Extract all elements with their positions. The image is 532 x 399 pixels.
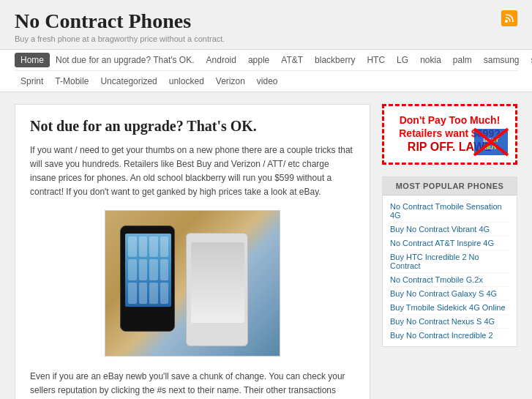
popular-phones-widget: MOST POPULAR PHONES No Contract Tmobile … xyxy=(382,176,517,347)
post-image xyxy=(105,210,280,357)
nav-upgrade[interactable]: Not due for an upgrade? That's OK. xyxy=(50,53,201,67)
nav-row-2: Sprint T-Mobile Uncategorized unlocked V… xyxy=(15,70,517,92)
popular-link[interactable]: Buy No Contract Incredible 2 xyxy=(390,331,509,340)
nav-samsung[interactable]: samsung xyxy=(478,53,525,67)
site-header: No Contract Phones Buy a fresh phone at … xyxy=(0,0,532,50)
nav-palm[interactable]: palm xyxy=(447,53,478,67)
popular-item: No Contract Tmobile G.2x xyxy=(390,273,509,287)
phone-left xyxy=(120,225,175,332)
ad-box[interactable]: Don't Pay Too Much! Retailers want $699?… xyxy=(382,104,517,165)
popular-link[interactable]: No Contract Tmobile Sensation 4G xyxy=(390,202,509,220)
popular-item: No Contract AT&T Inspire 4G xyxy=(390,236,509,250)
phone-right-screen xyxy=(191,242,244,323)
popular-link[interactable]: Buy No Contract Nexus S 4G xyxy=(390,317,509,326)
sidebar: Don't Pay Too Much! Retailers want $699?… xyxy=(382,104,517,399)
nav-sprint[interactable]: Sprint xyxy=(15,74,49,89)
nav-blackberry[interactable]: blackberry xyxy=(309,53,361,67)
navigation: Home Not due for an upgrade? That's OK. … xyxy=(0,50,532,92)
popular-item: Buy HTC Incredible 2 No Contract xyxy=(390,250,509,273)
nav-sidekick[interactable]: sidekick xyxy=(525,53,532,67)
popular-link[interactable]: Buy HTC Incredible 2 No Contract xyxy=(390,253,509,270)
popular-item: No Contract Tmobile Sensation 4G xyxy=(390,200,509,223)
post-title: Not due for an upgrade? That's OK. xyxy=(30,118,355,135)
nav-lg[interactable]: LG xyxy=(391,53,414,67)
post-image-wrapper xyxy=(30,210,355,359)
bestbuy-crossed-icon: BEST BUY xyxy=(473,127,509,157)
post-body-main: Even if you are an eBay newb you'll save… xyxy=(30,370,355,399)
popular-link[interactable]: No Contract AT&T Inspire 4G xyxy=(390,239,509,247)
site-tagline: Buy a fresh phone at a bragworthy price … xyxy=(15,34,517,43)
nav-nokia[interactable]: nokia xyxy=(414,53,447,67)
popular-item: Buy Tmobile Sidekick 4G Online xyxy=(390,301,509,315)
phone-left-screen xyxy=(125,234,171,307)
phone-right xyxy=(186,233,248,346)
popular-link[interactable]: No Contract Tmobile G.2x xyxy=(390,275,509,284)
popular-item: Buy No Contract Vibrant 4G xyxy=(390,223,509,236)
popular-phones-header: MOST POPULAR PHONES xyxy=(383,177,517,195)
nav-home[interactable]: Home xyxy=(15,53,50,67)
nav-tmobile[interactable]: T-Mobile xyxy=(49,74,94,89)
nav-row-1: Home Not due for an upgrade? That's OK. … xyxy=(15,50,517,70)
nav-uncategorized[interactable]: Uncategorized xyxy=(94,74,162,89)
svg-point-0 xyxy=(505,20,508,23)
popular-item: Buy No Contract Incredible 2 xyxy=(390,329,509,342)
nav-apple[interactable]: apple xyxy=(242,53,275,67)
popular-phones-list: No Contract Tmobile Sensation 4GBuy No C… xyxy=(383,195,517,346)
content-wrapper: Not due for an upgrade? That's OK. If yo… xyxy=(0,92,532,399)
site-title: No Contract Phones xyxy=(15,10,517,33)
nav-video[interactable]: video xyxy=(251,74,284,89)
popular-item: Buy No Contract Nexus S 4G xyxy=(390,315,509,329)
post-body-intro: If you want / need to get your thumbs on… xyxy=(30,143,355,200)
nav-att[interactable]: AT&T xyxy=(275,53,309,67)
nav-android[interactable]: Android xyxy=(201,53,242,67)
popular-item: Buy No Contract Galaxy S 4G xyxy=(390,287,509,301)
popular-link[interactable]: Buy No Contract Galaxy S 4G xyxy=(390,289,509,298)
nav-htc[interactable]: HTC xyxy=(361,53,391,67)
nav-unlocked[interactable]: unlocked xyxy=(163,74,210,89)
popular-link[interactable]: Buy Tmobile Sidekick 4G Online xyxy=(390,303,509,312)
rss-icon[interactable] xyxy=(501,10,517,26)
main-content: Not due for an upgrade? That's OK. If yo… xyxy=(15,104,370,399)
popular-link[interactable]: Buy No Contract Vibrant 4G xyxy=(390,225,509,234)
nav-verizon[interactable]: Verizon xyxy=(210,74,251,89)
